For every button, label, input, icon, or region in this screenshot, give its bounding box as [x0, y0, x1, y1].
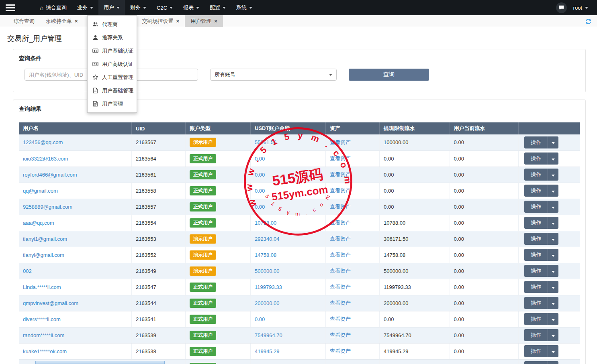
dropdown-item-agents[interactable]: 代理商	[88, 18, 137, 31]
usdt-balance-link[interactable]: 292340.04	[255, 236, 279, 242]
username-link[interactable]: tianyi@gmail.com	[23, 252, 64, 258]
dropdown-item-advanced-kyc[interactable]: 用户高级认证	[88, 57, 137, 71]
row-action-button[interactable]: 操作	[524, 329, 548, 341]
row-action-caret-button[interactable]	[548, 185, 558, 197]
row-action-button[interactable]: 操作	[524, 313, 548, 325]
usdt-balance-link[interactable]: 0.00	[255, 188, 265, 194]
row-action-caret-button[interactable]	[548, 249, 558, 261]
close-icon[interactable]: ×	[75, 18, 78, 24]
row-action-caret-button[interactable]	[548, 169, 558, 181]
view-assets-link[interactable]: 查看资产	[330, 139, 351, 145]
row-action-caret-button[interactable]	[548, 361, 558, 364]
row-action-caret-button[interactable]	[548, 217, 558, 229]
dropdown-item-referral[interactable]: 推荐关系	[88, 31, 137, 44]
view-assets-link[interactable]: 查看资产	[330, 268, 351, 274]
search-button[interactable]: 查询	[349, 69, 429, 81]
row-action-caret-button[interactable]	[548, 313, 558, 325]
username-link[interactable]: tianyi1@gmail.com	[23, 236, 67, 242]
row-action-caret-button[interactable]	[548, 345, 558, 357]
usdt-balance-link[interactable]: 200000.00	[255, 300, 279, 306]
row-action-button[interactable]: 操作	[524, 265, 548, 277]
row-action-caret-button[interactable]	[548, 201, 558, 213]
usdt-balance-link[interactable]: 500000.00	[255, 268, 279, 274]
view-assets-link[interactable]: 查看资产	[330, 236, 351, 242]
tab-overview[interactable]: 综合查询	[8, 15, 40, 27]
usdt-balance-link[interactable]: 0.00	[255, 204, 265, 210]
username-link[interactable]: qmpvinvest@gmail.com	[23, 300, 78, 306]
nav-item-config[interactable]: 配置	[204, 0, 231, 15]
row-action-button[interactable]: 操作	[524, 249, 548, 261]
username-link[interactable]: 9258889@gmail.com	[23, 204, 72, 210]
usdt-balance-link[interactable]: 7549964.70	[255, 332, 282, 338]
view-assets-link[interactable]: 查看资产	[330, 220, 351, 226]
refresh-button[interactable]	[584, 17, 592, 25]
nav-item-reports[interactable]: 报表	[178, 0, 204, 15]
view-assets-link[interactable]: 查看资产	[330, 348, 351, 354]
row-action-button[interactable]: 操作	[524, 345, 548, 357]
row-action-caret-button[interactable]	[548, 153, 558, 165]
horizontal-scrollbar-thumb[interactable]	[35, 361, 165, 364]
close-icon[interactable]: ×	[214, 18, 217, 24]
row-action-caret-button[interactable]	[548, 136, 558, 148]
username-link[interactable]: 002	[23, 268, 32, 274]
tab-user-management[interactable]: 用户管理×	[185, 15, 223, 27]
username-link[interactable]: kuake1*****ok.com	[23, 348, 67, 354]
nav-item-system[interactable]: 系统	[231, 0, 258, 15]
row-action-caret-button[interactable]	[548, 281, 558, 293]
username-link[interactable]: random*****il.com	[23, 332, 64, 338]
dropdown-item-basic-kyc[interactable]: 用户基础认证	[88, 44, 137, 57]
row-action-button[interactable]: 操作	[524, 281, 548, 293]
dropdown-item-manual-reset[interactable]: 人工重置管理	[88, 71, 137, 84]
messages-icon[interactable]	[556, 2, 567, 13]
username-link[interactable]: royford466@gmail.com	[23, 172, 77, 178]
view-assets-link[interactable]: 查看资产	[330, 300, 351, 306]
view-assets-link[interactable]: 查看资产	[330, 252, 351, 258]
view-assets-link[interactable]: 查看资产	[330, 203, 351, 209]
username-link[interactable]: divers*****il.com	[23, 316, 61, 322]
dropdown-item-user-basic-mgmt[interactable]: 用户基础管理	[88, 84, 137, 97]
dropdown-item-user-mgmt[interactable]: 用户管理	[88, 97, 137, 110]
nav-item-finance[interactable]: 财务	[125, 0, 151, 15]
hamburger-menu-button[interactable]	[6, 2, 22, 13]
view-assets-link[interactable]: 查看资产	[330, 155, 351, 161]
username-link[interactable]: qq@gmail.com	[23, 188, 58, 194]
view-assets-link[interactable]: 查看资产	[330, 332, 351, 338]
row-action-button[interactable]: 操作	[524, 153, 548, 165]
usdt-balance-link[interactable]: 0.00	[255, 172, 265, 178]
row-action-caret-button[interactable]	[548, 233, 558, 245]
tab-perpetual-positions[interactable]: 永续持仓单×	[40, 15, 84, 27]
view-assets-link[interactable]: 查看资产	[330, 171, 351, 177]
nav-item-c2c[interactable]: C2C	[151, 0, 178, 15]
row-action-button[interactable]: 操作	[524, 361, 548, 364]
row-action-caret-button[interactable]	[548, 329, 558, 341]
row-action-caret-button[interactable]	[548, 265, 558, 277]
row-action-button[interactable]: 操作	[524, 297, 548, 309]
username-link[interactable]: ioio3322@163.com	[23, 156, 68, 162]
row-action-button[interactable]: 操作	[524, 217, 548, 229]
row-action-button[interactable]: 操作	[524, 201, 548, 213]
usdt-balance-link[interactable]: 419945.29	[255, 348, 279, 354]
view-assets-link[interactable]: 查看资产	[330, 316, 351, 322]
username-link[interactable]: Linda.*****il.com	[23, 284, 61, 290]
usdt-balance-link[interactable]: 10788.00	[255, 220, 276, 226]
close-icon[interactable]: ×	[176, 18, 180, 24]
row-action-caret-button[interactable]	[548, 297, 558, 309]
usdt-balance-link[interactable]: 0.00	[255, 316, 265, 322]
usdt-balance-link[interactable]: 0.00	[255, 156, 265, 162]
view-assets-link[interactable]: 查看资产	[330, 284, 351, 290]
nav-item-user[interactable]: 用户	[98, 0, 125, 15]
tab-delivery-control[interactable]: 交割场控设置×	[137, 15, 185, 27]
view-assets-link[interactable]: 查看资产	[330, 187, 351, 193]
usdt-balance-link[interactable]: 1199793.33	[255, 284, 282, 290]
row-action-button[interactable]: 操作	[524, 185, 548, 197]
nav-item-business[interactable]: 业务	[72, 0, 98, 15]
usdt-balance-link[interactable]: 55061.56	[255, 139, 276, 145]
username-link[interactable]: 123456@qq.com	[23, 139, 63, 145]
user-menu[interactable]: root	[573, 5, 588, 11]
usdt-balance-link[interactable]: 14758.08	[255, 252, 276, 258]
username-link[interactable]: aaa@qq.com	[23, 220, 54, 226]
account-type-select[interactable]: 所有账号	[210, 69, 337, 81]
row-action-button[interactable]: 操作	[524, 136, 548, 148]
row-action-button[interactable]: 操作	[524, 233, 548, 245]
nav-item-dashboard[interactable]: ⌂综合查询	[35, 0, 72, 15]
